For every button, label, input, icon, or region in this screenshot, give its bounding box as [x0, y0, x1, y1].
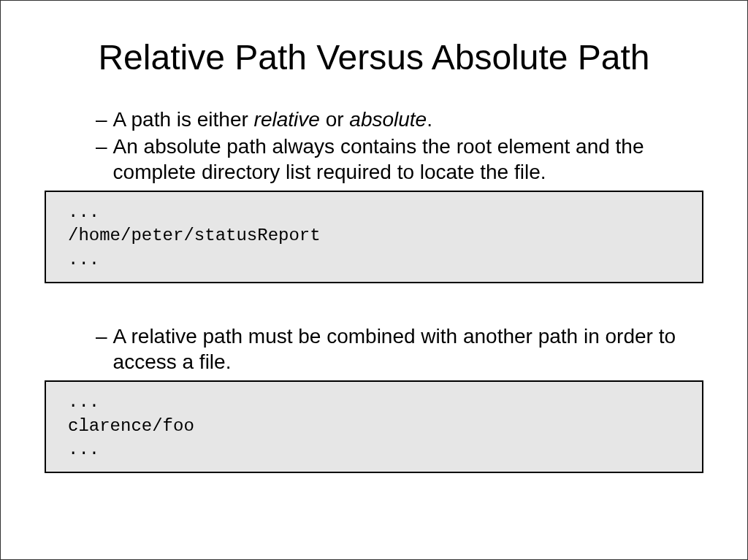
slide-content: – A path is either relative or absolute.…	[1, 107, 747, 473]
code-box-absolute: ... /home/peter/statusReport ...	[45, 191, 703, 283]
bullet-3: – A relative path must be combined with …	[45, 323, 703, 375]
b1-relative: relative	[254, 108, 320, 131]
code-line: ...	[68, 248, 680, 272]
bullet-text-1: A path is either relative or absolute.	[113, 107, 703, 132]
code-box-relative: ... clarence/foo ...	[45, 380, 703, 473]
bullet-2: – An absolute path always contains the r…	[45, 134, 703, 185]
bullet-text-2: An absolute path always contains the roo…	[113, 134, 703, 185]
dash-icon: –	[96, 323, 107, 349]
code-line: /home/peter/statusReport	[68, 224, 680, 248]
b1-post: .	[427, 108, 432, 131]
bullet-1: – A path is either relative or absolute.	[45, 107, 703, 132]
b1-or: or	[320, 108, 349, 131]
code-line: ...	[68, 391, 680, 414]
spacer	[45, 305, 703, 323]
slide-title: Relative Path Versus Absolute Path	[1, 37, 747, 77]
b1-pre: A path is either	[113, 108, 254, 131]
code-line: clarence/foo	[68, 415, 680, 438]
dash-icon: –	[96, 134, 107, 159]
code-line: ...	[68, 438, 680, 461]
slide-container: Relative Path Versus Absolute Path – A p…	[0, 0, 748, 560]
bullet-text-3: A relative path must be combined with an…	[113, 323, 703, 375]
dash-icon: –	[96, 107, 107, 132]
b1-absolute: absolute	[349, 108, 427, 131]
code-line: ...	[68, 201, 680, 224]
